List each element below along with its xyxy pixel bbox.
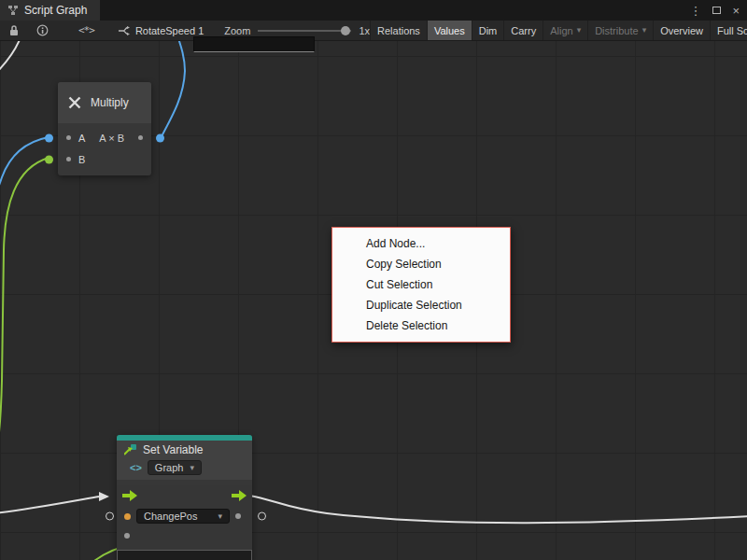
multiply-node-body: A A × B B [58, 123, 151, 175]
info-icon[interactable] [28, 21, 57, 40]
variable-dropdown-value: ChangePos [144, 511, 198, 522]
context-menu: Add Node... Copy Selection Cut Selection… [331, 227, 511, 343]
breadcrumb-label: RotateSpeed 1 [135, 25, 204, 36]
unconnected-port-ring-right[interactable] [258, 512, 266, 521]
distribute-button[interactable]: Distribute ▾ [587, 21, 653, 41]
extra-port-row [117, 526, 252, 545]
relations-button[interactable]: Relations [370, 21, 427, 41]
flow-port-row [117, 485, 252, 506]
api-glyph: <*> [78, 24, 94, 36]
port-result-output[interactable] [138, 135, 143, 140]
menu-item-copy-selection[interactable]: Copy Selection [332, 254, 510, 274]
zoom-slider[interactable] [258, 30, 351, 32]
graph-breadcrumb-icon [118, 25, 130, 36]
tab-label: Script Graph [24, 4, 87, 17]
graph-scope-icon: <> [130, 462, 142, 473]
extra-input-port[interactable] [124, 533, 130, 539]
multiply-icon [67, 95, 82, 110]
fullscreen-button[interactable]: Full Screen [710, 21, 747, 41]
variable-dropdown[interactable]: ChangePos ▾ [136, 509, 230, 524]
tab-script-graph[interactable]: Script Graph [0, 0, 100, 21]
set-variable-icon [124, 444, 137, 455]
set-variable-body: ChangePos ▾ [117, 485, 252, 560]
multiply-node-header[interactable]: Multiply [58, 82, 151, 123]
unconnected-port-ring-left[interactable] [106, 512, 114, 521]
distribute-label: Distribute [595, 25, 638, 36]
flow-wire-out [249, 496, 747, 523]
wire-endpoint-green [45, 155, 53, 163]
values-label: Values [434, 25, 465, 36]
info-glyph [36, 24, 49, 36]
flow-output-arrow-icon[interactable] [232, 490, 247, 501]
dim-label: Dim [479, 25, 498, 36]
maximize-icon[interactable] [712, 7, 721, 14]
toolbar-button-group: Relations Values Dim Carry Align ▾ Distr… [370, 21, 747, 41]
align-button[interactable]: Align ▾ [543, 21, 587, 41]
carry-label: Carry [511, 25, 536, 36]
multiply-node[interactable]: Multiply A A × B B [58, 82, 151, 175]
scope-dropdown-value: Graph [155, 462, 184, 473]
chevron-down-icon: ▾ [642, 26, 647, 35]
window-titlebar: Script Graph ⋮ × [0, 0, 747, 21]
flow-wire [0, 41, 21, 75]
carry-button[interactable]: Carry [503, 21, 543, 41]
graph-toolbar: <*> RotateSpeed 1 Zoom 1x Relations Valu… [0, 21, 747, 41]
variable-output-port[interactable] [235, 513, 241, 519]
window-menu-icon[interactable]: ⋮ [689, 4, 701, 18]
fullscreen-label: Full Screen [717, 25, 747, 36]
overview-button[interactable]: Overview [653, 21, 710, 41]
multiply-row-a: A A × B [58, 127, 151, 148]
zoom-control: Zoom 1x [224, 25, 370, 36]
align-label: Align [550, 25, 572, 36]
flow-input-arrow-icon[interactable] [122, 490, 137, 501]
menu-item-cut-selection[interactable]: Cut Selection [332, 274, 510, 295]
port-b-label: B [78, 154, 85, 165]
value-wire-blue-left [0, 137, 49, 205]
wire-endpoint-blue [45, 133, 53, 142]
port-b-input[interactable] [66, 157, 71, 161]
chevron-down-icon: ▾ [190, 464, 194, 472]
value-wire-green-long [0, 158, 49, 480]
wire-endpoint-blue [156, 133, 164, 142]
relations-label: Relations [377, 25, 420, 36]
value-wire-blue-right [161, 41, 185, 138]
flow-wire-in [0, 497, 99, 513]
script-graph-icon [7, 5, 19, 16]
port-a-input[interactable] [66, 135, 71, 140]
chevron-down-icon: ▾ [218, 512, 222, 521]
variable-input-port[interactable] [124, 513, 131, 520]
overview-label: Overview [660, 25, 703, 36]
multiply-row-b: B [58, 148, 151, 170]
zoom-value: 1x [359, 25, 370, 36]
variable-port-row: ChangePos ▾ [117, 506, 252, 526]
dim-button[interactable]: Dim [472, 21, 504, 41]
set-variable-header[interactable]: Set Variable <> Graph ▾ [117, 441, 252, 480]
api-icon[interactable]: <*> [70, 21, 103, 40]
menu-item-add-node[interactable]: Add Node... [332, 233, 510, 254]
set-variable-node[interactable]: Set Variable <> Graph ▾ [117, 435, 252, 560]
port-result-label: A × B [92, 133, 131, 144]
zoom-slider-thumb[interactable] [341, 26, 350, 35]
menu-item-duplicate-selection[interactable]: Duplicate Selection [332, 295, 510, 315]
port-a-label: A [78, 133, 85, 144]
menu-item-delete-selection[interactable]: Delete Selection [332, 315, 510, 336]
values-button[interactable]: Values [427, 21, 472, 41]
zoom-label: Zoom [224, 25, 250, 36]
scope-dropdown[interactable]: Graph ▾ [148, 460, 202, 475]
toolbar-remnant-box [193, 36, 315, 52]
multiply-title: Multiply [91, 96, 129, 109]
set-variable-title: Set Variable [143, 443, 203, 456]
window-controls: ⋮ × [689, 4, 747, 18]
lock-glyph [8, 24, 20, 36]
close-icon[interactable]: × [732, 4, 740, 18]
lock-icon[interactable] [0, 21, 28, 40]
flow-wire-arrowhead [99, 492, 109, 501]
chevron-down-icon: ▾ [577, 26, 582, 35]
embedded-value-field[interactable] [117, 550, 252, 560]
graph-canvas[interactable]: Multiply A A × B B [0, 41, 747, 560]
